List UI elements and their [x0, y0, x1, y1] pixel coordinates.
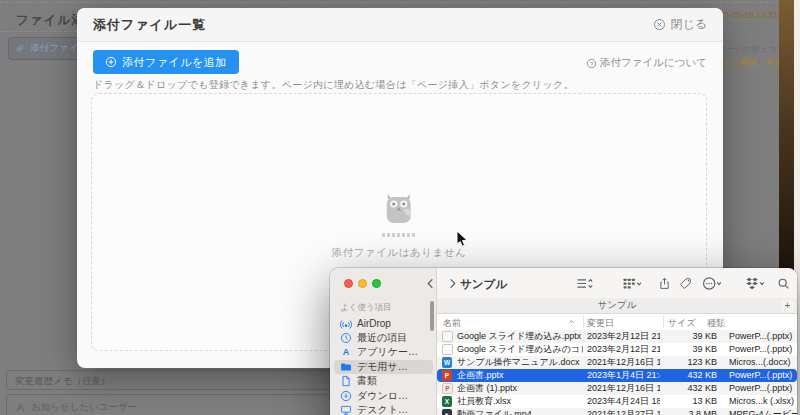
file-name: Google スライド埋め込みのコピー.pptx [457, 343, 583, 356]
finder-sidebar: よく使う項目 AirDrop最近の項目Aアプリケー…デモ用サ…書類ダウンロ…デス… [330, 298, 437, 415]
download-icon [340, 390, 352, 402]
powerpoint-pale-file-icon: P [442, 383, 454, 394]
file-size: 39 KB [657, 330, 717, 343]
list-column-header: 名前変更日サイズ種類 [437, 314, 797, 331]
file-modified: 2021年12月16日 17:20 [587, 356, 660, 369]
file-kind: PowerP...(.pptx) [729, 330, 797, 343]
file-name: 企画書 (1).pptx [457, 382, 583, 395]
close-circle-icon [653, 18, 666, 31]
share-icon[interactable] [658, 276, 671, 291]
document-icon [340, 375, 352, 387]
search-icon[interactable] [777, 276, 790, 291]
slides-file-icon [442, 344, 454, 355]
table-row[interactable]: P企画書 (1).pptx2021年12月16日 17:01432 KBPowe… [437, 382, 797, 395]
more-actions-icon[interactable] [701, 276, 723, 291]
background-divider [0, 2, 778, 3]
video-file-icon: ▸ [442, 409, 454, 415]
list-view-icon[interactable] [575, 276, 595, 291]
person-icon [15, 402, 26, 413]
finder-window: サンプル サンプル + 名前変更日サイズ種類 Google スライド埋め込み.p… [330, 268, 797, 415]
minimize-window-button[interactable] [358, 279, 367, 288]
column-header-2[interactable]: 変更日 [587, 317, 614, 330]
svg-text:A: A [343, 348, 350, 358]
word-file-icon: W [442, 357, 454, 368]
sidebar-section-label: よく使う項目 [330, 298, 437, 316]
forward-chevron-icon[interactable] [446, 276, 459, 291]
sidebar-item-label: デスクト… [357, 403, 408, 415]
close-window-button[interactable] [344, 279, 353, 288]
sidebar-item-label: 書類 [357, 374, 377, 388]
file-kind: PowerP...(.pptx) [729, 343, 797, 356]
column-header-3[interactable]: サイズ [668, 317, 696, 330]
sidebar-scrollbar[interactable] [430, 301, 434, 331]
sidebar-item-label: 最近の項目 [357, 331, 407, 345]
zoom-window-button[interactable] [372, 279, 381, 288]
finder-tab[interactable]: サンプル [437, 298, 797, 314]
column-header-1[interactable]: 名前 [443, 317, 461, 330]
column-divider [583, 316, 584, 328]
paperclip-icon [15, 43, 26, 54]
file-list: Google スライド埋め込み.pptx2023年2月12日 21:1839 K… [437, 330, 797, 415]
file-modified: 2023年1月4日 21:41 [587, 369, 660, 382]
group-view-icon[interactable] [621, 276, 643, 291]
clock-icon [340, 332, 352, 344]
table-row[interactable]: Wサンプル操作マニュアル.docx2021年12月16日 17:20123 KB… [437, 356, 797, 369]
back-chevron-icon[interactable] [424, 276, 437, 291]
file-name: Google スライド埋め込み.pptx [457, 330, 583, 343]
owl-wordmark [382, 233, 416, 237]
file-modified: 2021年12月27日 16:48 [587, 408, 660, 415]
background-divider [0, 31, 77, 32]
desktop-icon [340, 404, 352, 415]
file-size: 432 KB [657, 369, 717, 382]
excel-file-icon: X [442, 396, 454, 407]
file-modified: 2021年12月16日 17:01 [587, 382, 660, 395]
tag-icon[interactable] [679, 276, 692, 291]
file-modified: 2023年4月24日 18:42 [587, 395, 660, 408]
dropbox-icon[interactable] [744, 276, 766, 291]
empty-state: 添付ファイルはありません [332, 191, 466, 260]
sidebar-item-2[interactable]: 最近の項目 [334, 331, 433, 346]
table-row[interactable]: ▸動画ファイル.mp42021年12月27日 16:483.8 MBMPEG-4… [437, 408, 797, 415]
owl-mascot-icon [379, 191, 419, 227]
file-size: 13 KB [657, 395, 717, 408]
svg-text:?: ? [590, 60, 594, 66]
sidebar-item-5[interactable]: 書類 [334, 374, 433, 389]
modal-title: 添付ファイル一覧 [93, 16, 206, 34]
sort-asc-icon [567, 317, 576, 326]
file-name: 企画書.pptx [457, 369, 583, 382]
sidebar-item-label: アプリケー… [357, 345, 418, 359]
file-name: 動画ファイル.mp4 [457, 408, 583, 415]
add-attachment-button[interactable]: 添付ファイルを追加 [93, 50, 239, 74]
table-row[interactable]: X社員教育.xlsx2023年4月24日 18:4213 KBMicros...… [437, 395, 797, 408]
new-tab-button[interactable]: + [781, 300, 794, 312]
table-row[interactable]: P企画書.pptx2023年1月4日 21:41432 KBPowerP...(… [437, 369, 797, 382]
close-button[interactable]: 閉じる [653, 16, 707, 33]
file-modified: 2023年2月12日 21:18 [587, 330, 660, 343]
sidebar-item-6[interactable]: ダウンロ… [334, 389, 433, 404]
question-circle-icon: ? [586, 58, 597, 69]
helper-text: ドラッグ＆ドロップでも登録できます。ページ内に埋め込む場合は「ページ挿入」ボタン… [93, 78, 574, 92]
sidebar-item-label: ダウンロ… [357, 389, 408, 403]
file-name: サンプル操作マニュアル.docx [457, 356, 583, 369]
table-row[interactable]: Google スライド埋め込みのコピー.pptx2023年2月12日 21:18… [437, 343, 797, 356]
applications-icon: A [340, 346, 352, 358]
folder-icon [340, 361, 352, 373]
table-row[interactable]: Google スライド埋め込み.pptx2023年2月12日 21:1839 K… [437, 330, 797, 343]
sidebar-item-7[interactable]: デスクト… [334, 403, 433, 415]
file-kind: MPEG-4ムービー [729, 408, 797, 415]
sidebar-item-4[interactable]: デモ用サ… [334, 360, 433, 375]
file-size: 123 KB [657, 356, 717, 369]
about-attachments-link[interactable]: ? 添付ファイルについて [586, 56, 707, 70]
file-kind: PowerP...(.pptx) [729, 369, 797, 382]
sidebar-item-3[interactable]: Aアプリケー… [334, 345, 433, 360]
plus-circle-icon [105, 56, 117, 68]
column-divider [723, 316, 724, 328]
sidebar-item-1[interactable]: AirDrop [334, 316, 433, 331]
column-divider [663, 316, 664, 328]
file-name: 社員教育.xlsx [457, 395, 583, 408]
finder-window-title: サンプル [460, 277, 507, 292]
powerpoint-file-icon: P [442, 370, 454, 381]
file-kind: Micros...k (.xlsx) [729, 395, 797, 408]
screen: ファイル添付 添付ファイル一覧 (2025-05-19 14:32:30) ? … [0, 0, 800, 415]
file-modified: 2023年2月12日 21:18 [587, 343, 660, 356]
